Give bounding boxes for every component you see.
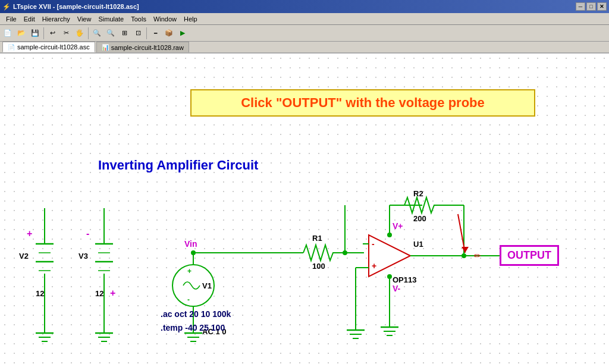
svg-text:V-: V- — [393, 284, 401, 293]
wire-button[interactable]: ━ — [149, 27, 162, 40]
svg-text:R1: R1 — [312, 234, 322, 243]
new-button[interactable]: 📄 — [1, 27, 14, 40]
svg-point-57 — [387, 233, 392, 237]
menu-bar: FileEditHierarchyViewSimulateToolsWindow… — [0, 13, 609, 25]
svg-point-61 — [387, 274, 392, 279]
menu-item-hierarchy[interactable]: Hierarchy — [39, 15, 74, 23]
callout-text: Click "OUTPUT" with the voltage probe — [241, 95, 485, 110]
toolbar: 📄 📂 💾 ↩ ✂ 🖐 🔍 🔍 ⊞ ⊡ ━ 📦 ▶ — [0, 25, 609, 42]
toolbar-separator-1 — [43, 27, 44, 39]
toolbar-separator-2 — [88, 27, 89, 39]
zoom-in-button[interactable]: 🔍 — [90, 27, 103, 40]
menu-item-help[interactable]: Help — [180, 15, 201, 23]
hand-button[interactable]: 🖐 — [73, 27, 86, 40]
zoom-out-button[interactable]: 🔍 — [104, 27, 117, 40]
svg-text:U1: U1 — [413, 240, 423, 249]
callout-box: Click "OUTPUT" with the voltage probe — [190, 89, 535, 117]
menu-item-file[interactable]: File — [2, 15, 20, 23]
menu-item-window[interactable]: Window — [150, 15, 180, 23]
svg-point-34 — [191, 250, 196, 255]
zoom-sel-button[interactable]: ⊡ — [131, 27, 145, 40]
svg-text:200: 200 — [413, 214, 426, 223]
window-title: LTspice XVII - [sample-circuit-lt1028.as… — [13, 3, 139, 10]
svg-text:100: 100 — [312, 262, 325, 271]
title-bar: ⚡ LTspice XVII - [sample-circuit-lt1028.… — [0, 0, 609, 13]
app-icon: ⚡ — [2, 3, 11, 11]
svg-text:✏: ✏ — [474, 251, 481, 261]
zoom-fit-button[interactable]: ⊞ — [118, 27, 131, 40]
spice-commands: .ac oct 20 10 100k .temp -40 25 100 — [161, 307, 231, 334]
svg-text:+: + — [187, 267, 192, 275]
svg-text:Vin: Vin — [184, 239, 197, 249]
main-canvas[interactable]: Click "OUTPUT" with the voltage probe In… — [0, 54, 609, 364]
svg-text:V1: V1 — [202, 281, 212, 290]
svg-marker-79 — [462, 247, 469, 253]
tab-0[interactable]: 📄sample-circuit-lt1028.asc — [2, 42, 95, 52]
svg-text:-: - — [86, 228, 89, 239]
undo-button[interactable]: ↩ — [46, 27, 59, 40]
svg-text:+: + — [110, 288, 115, 298]
spice-line-1: .ac oct 20 10 100k — [161, 307, 231, 321]
svg-text:-: - — [187, 296, 190, 304]
svg-text:V2: V2 — [19, 252, 29, 261]
menu-item-edit[interactable]: Edit — [20, 15, 39, 23]
svg-text:12: 12 — [95, 289, 103, 298]
menu-item-tools[interactable]: Tools — [127, 15, 150, 23]
open-button[interactable]: 📂 — [15, 27, 28, 40]
svg-text:-: - — [372, 239, 375, 249]
menu-item-simulate[interactable]: Simulate — [95, 15, 127, 23]
svg-text:R2: R2 — [413, 189, 423, 198]
svg-text:+: + — [372, 261, 376, 271]
svg-text:OP113: OP113 — [393, 275, 416, 284]
svg-text:12: 12 — [36, 289, 44, 298]
minimize-button[interactable]: ─ — [576, 2, 585, 11]
save-button[interactable]: 💾 — [29, 27, 42, 40]
title-bar-controls[interactable]: ─ □ ✕ — [576, 2, 607, 11]
menu-item-view[interactable]: View — [74, 15, 95, 23]
spice-line-2: .temp -40 25 100 — [161, 321, 231, 334]
svg-text:V3: V3 — [79, 252, 88, 261]
cut-button[interactable]: ✂ — [59, 27, 73, 40]
tab-icon-1: 📊 — [102, 44, 109, 51]
tab-bar: 📄sample-circuit-lt1028.asc📊sample-circui… — [0, 42, 609, 54]
output-label[interactable]: OUTPUT — [500, 245, 559, 266]
close-button[interactable]: ✕ — [597, 2, 607, 11]
component-button[interactable]: 📦 — [162, 27, 175, 40]
svg-text:+: + — [27, 228, 32, 239]
run-button[interactable]: ▶ — [176, 27, 189, 40]
svg-text:V+: V+ — [393, 221, 403, 231]
title-bar-left: ⚡ LTspice XVII - [sample-circuit-lt1028.… — [2, 3, 139, 11]
maximize-button[interactable]: □ — [586, 2, 596, 11]
toolbar-separator-3 — [146, 27, 147, 39]
tab-1[interactable]: 📊sample-circuit-lt1028.raw — [96, 42, 189, 52]
tab-icon-0: 📄 — [8, 44, 15, 51]
